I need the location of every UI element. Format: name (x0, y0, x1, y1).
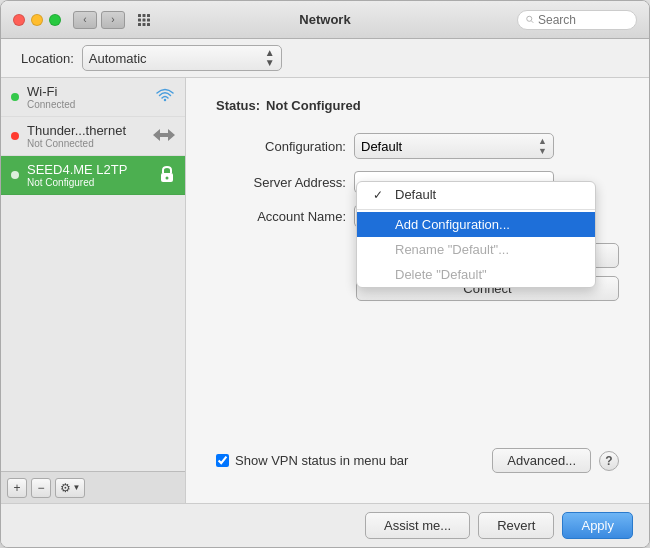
status-dot-vpn (11, 171, 19, 179)
sidebar-item-status-thunderbolt: Not Connected (27, 138, 145, 149)
location-label: Location: (21, 51, 74, 66)
window-title: Network (299, 12, 350, 27)
assist-me-button[interactable]: Assist me... (365, 512, 470, 539)
grid-icon[interactable] (137, 13, 151, 27)
account-label: Account Name: (216, 209, 346, 224)
sidebar-item-wifi[interactable]: Wi-Fi Connected (1, 78, 185, 117)
sidebar-item-name-thunderbolt: Thunder...thernet (27, 123, 145, 138)
remove-connection-button[interactable]: − (31, 478, 51, 498)
advanced-button[interactable]: Advanced... (492, 448, 591, 473)
close-button[interactable] (13, 14, 25, 26)
dropdown-item-rename-label: Rename "Default"... (395, 242, 509, 257)
sidebar: Wi-Fi Connected (1, 78, 186, 503)
add-connection-button[interactable]: + (7, 478, 27, 498)
svg-rect-0 (138, 14, 141, 17)
revert-button[interactable]: Revert (478, 512, 554, 539)
checkbox-row: Show VPN status in menu bar (216, 453, 408, 468)
config-value: Default (361, 139, 402, 154)
dropdown-item-delete-label: Delete "Default" (395, 267, 487, 282)
bottom-right-buttons: Advanced... ? (492, 448, 619, 473)
vpn-status-label: Show VPN status in menu bar (235, 453, 408, 468)
svg-line-10 (531, 21, 533, 23)
config-area: Configuration: Default ▲▼ ✓ Default (216, 133, 619, 227)
arrows-icon (153, 128, 175, 145)
nav-buttons: ‹ › (73, 11, 125, 29)
config-select[interactable]: Default ▲▼ (354, 133, 554, 159)
search-icon (526, 14, 534, 25)
lock-icon (159, 165, 175, 186)
checkmark-icon: ✓ (373, 188, 387, 202)
config-dropdown-menu: ✓ Default Add Configuration... Rename "D… (356, 181, 596, 288)
status-label: Status: (216, 98, 260, 113)
status-dot-wifi (11, 93, 19, 101)
search-input[interactable] (538, 13, 628, 27)
svg-rect-6 (138, 23, 141, 26)
svg-rect-7 (143, 23, 146, 26)
svg-rect-2 (147, 14, 150, 17)
svg-rect-5 (147, 18, 150, 21)
gear-dropdown-arrow-icon: ▼ (73, 483, 81, 492)
location-value: Automatic (89, 51, 147, 66)
location-select[interactable]: Automatic ▲▼ (82, 45, 282, 71)
footer: Assist me... Revert Apply (1, 503, 649, 547)
detail-panel: Status: Not Configured Configuration: De… (186, 78, 649, 503)
sidebar-item-info-thunderbolt: Thunder...thernet Not Connected (27, 123, 145, 149)
svg-rect-8 (147, 23, 150, 26)
forward-button[interactable]: › (101, 11, 125, 29)
search-box[interactable] (517, 10, 637, 30)
wifi-icon (155, 88, 175, 106)
sidebar-item-name-wifi: Wi-Fi (27, 84, 147, 99)
dropdown-item-default-label: Default (395, 187, 436, 202)
sidebar-item-vpn[interactable]: SEED4.ME L2TP Not Configured (1, 156, 185, 195)
vpn-status-checkbox[interactable] (216, 454, 229, 467)
minimize-button[interactable] (31, 14, 43, 26)
network-window: ‹ › Network Locat (0, 0, 650, 548)
status-row: Status: Not Configured (216, 98, 619, 113)
svg-point-9 (527, 16, 532, 21)
help-button[interactable]: ? (599, 451, 619, 471)
dropdown-item-rename: Rename "Default"... (357, 237, 595, 262)
status-dot-thunderbolt (11, 132, 19, 140)
sidebar-item-status-vpn: Not Configured (27, 177, 151, 188)
sidebar-item-thunderbolt[interactable]: Thunder...thernet Not Connected (1, 117, 185, 156)
main-content: Wi-Fi Connected (1, 78, 649, 503)
gear-icon: ⚙ (60, 481, 71, 495)
svg-point-13 (166, 176, 169, 179)
dropdown-item-add-config-label: Add Configuration... (395, 217, 510, 232)
gear-menu-button[interactable]: ⚙ ▼ (55, 478, 85, 498)
location-bar: Location: Automatic ▲▼ (1, 39, 649, 78)
back-button[interactable]: ‹ (73, 11, 97, 29)
svg-marker-11 (153, 129, 175, 141)
maximize-button[interactable] (49, 14, 61, 26)
dropdown-divider (357, 209, 595, 210)
status-value: Not Configured (266, 98, 361, 113)
config-field-row: Configuration: Default ▲▼ (216, 133, 619, 159)
svg-rect-1 (143, 14, 146, 17)
svg-rect-3 (138, 18, 141, 21)
apply-button[interactable]: Apply (562, 512, 633, 539)
sidebar-list: Wi-Fi Connected (1, 78, 185, 471)
sidebar-item-info-wifi: Wi-Fi Connected (27, 84, 147, 110)
traffic-lights (13, 14, 61, 26)
server-label: Server Address: (216, 175, 346, 190)
svg-rect-4 (143, 18, 146, 21)
dropdown-item-delete: Delete "Default" (357, 262, 595, 287)
dropdown-item-default[interactable]: ✓ Default (357, 182, 595, 207)
sidebar-item-status-wifi: Connected (27, 99, 147, 110)
titlebar: ‹ › Network (1, 1, 649, 39)
dropdown-item-add-config[interactable]: Add Configuration... (357, 212, 595, 237)
bottom-area: Show VPN status in menu bar Advanced... … (216, 448, 619, 483)
config-arrows-icon: ▲▼ (538, 136, 547, 156)
sidebar-item-name-vpn: SEED4.ME L2TP (27, 162, 151, 177)
sidebar-toolbar: + − ⚙ ▼ (1, 471, 185, 503)
sidebar-item-info-vpn: SEED4.ME L2TP Not Configured (27, 162, 151, 188)
config-label: Configuration: (216, 139, 346, 154)
location-arrows-icon: ▲▼ (265, 48, 275, 68)
